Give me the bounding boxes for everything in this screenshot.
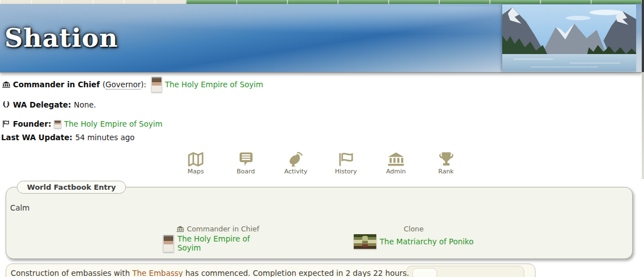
factbook-box [6, 187, 633, 259]
wa-delegate-label: WA Delegate: [13, 100, 71, 109]
nav-label-rank: Rank [438, 168, 453, 175]
region-title: Shation [4, 23, 118, 53]
soyim-flag[interactable] [151, 77, 162, 92]
embassy-region-link[interactable]: The Embassy [132, 269, 183, 277]
nav-label-admin: Admin [386, 168, 406, 175]
officer-clone: Clone The Matriarchy of Poniko [353, 225, 474, 249]
wa-delegate-line: WA Delegate: None. [2, 100, 96, 109]
nav-item-rank[interactable]: Rank [421, 150, 471, 175]
officer-role-label: Commander in Chief [187, 225, 259, 233]
rank-trophy-icon [439, 150, 453, 167]
factbook-entry-text: Calm [10, 203, 30, 212]
last-wa-update-value: 54 minutes ago [75, 133, 135, 142]
founder-nation-link[interactable]: The Holy Empire of Soyim [64, 119, 163, 128]
board-icon [240, 150, 253, 167]
pennant-icon [2, 120, 10, 128]
nav-label-board: Board [237, 168, 255, 175]
nav-label-activity: Activity [284, 168, 307, 175]
founder-flag[interactable] [54, 120, 61, 128]
commander-line: Commander in Chief (Governor): The Holy … [2, 77, 263, 92]
founder-line: Founder: The Holy Empire of Soyim [2, 119, 163, 128]
soyim-flag[interactable] [163, 235, 174, 252]
poniko-flag[interactable] [354, 234, 376, 249]
region-page: Shation [0, 0, 644, 277]
wa-laurel-icon [2, 101, 10, 109]
embassy-notice-text: Construction of embassies with The Embas… [11, 269, 409, 277]
officer-role-label: Clone [404, 225, 424, 233]
officer-commander: Commander in Chief The Holy Empire of So… [163, 225, 273, 252]
nav-item-admin[interactable]: Admin [371, 150, 421, 175]
founder-label: Founder: [13, 119, 51, 128]
region-nav: Maps Board Activity History Admin [0, 150, 642, 175]
officer-nation-link[interactable]: The Matriarchy of Poniko [380, 237, 474, 246]
wa-delegate-value: None. [74, 100, 96, 109]
commander-role: (Governor): [102, 80, 146, 89]
map-icon [188, 150, 204, 167]
history-flag-icon [339, 150, 354, 167]
activity-icon [289, 150, 304, 167]
nav-item-activity[interactable]: Activity [271, 150, 321, 175]
banner-photo-mountain-lake [502, 5, 636, 72]
officer-nation-row: The Holy Empire of Soyim [163, 234, 273, 252]
last-wa-update-label: Last WA Update: [1, 133, 73, 142]
site-header-strip [0, 0, 644, 4]
region-banner: Shation [0, 4, 642, 73]
last-wa-update-line: Last WA Update: 54 minutes ago [1, 133, 134, 142]
nav-item-history[interactable]: History [321, 150, 371, 175]
page-right-edge [642, 0, 644, 180]
factbook-title-pill: World Factbook Entry [17, 181, 126, 194]
nav-item-board[interactable]: Board [221, 150, 271, 175]
header-strip-right [186, 0, 644, 4]
bank-icon [177, 226, 184, 233]
nav-item-maps[interactable]: Maps [171, 150, 221, 175]
nav-label-history: History [335, 168, 357, 175]
officer-nation-row: The Matriarchy of Poniko [354, 234, 474, 249]
header-strip-left [0, 0, 186, 4]
embassy-nested-pill [412, 268, 437, 277]
admin-bank-icon [388, 150, 404, 167]
officer-role-row: Clone [404, 225, 424, 233]
governor-term[interactable]: Governor [106, 80, 141, 90]
bank-icon [2, 81, 10, 88]
commander-nation-link[interactable]: The Holy Empire of Soyim [165, 80, 263, 89]
officer-role-row: Commander in Chief [177, 225, 259, 233]
officer-nation-link[interactable]: The Holy Empire of Soyim [177, 234, 273, 252]
nav-label-maps: Maps [188, 168, 204, 175]
commander-label: Commander in Chief [13, 80, 100, 89]
